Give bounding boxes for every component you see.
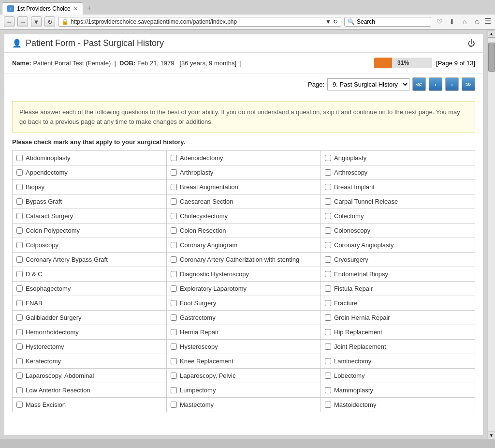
- surgery-checkbox[interactable]: [16, 343, 23, 350]
- surgery-checkbox[interactable]: [171, 198, 177, 205]
- surgery-checkbox[interactable]: [325, 358, 331, 364]
- surgery-checkbox[interactable]: [16, 184, 23, 190]
- list-item[interactable]: Mass Excision: [16, 401, 162, 408]
- surgery-checkbox[interactable]: [325, 184, 331, 190]
- list-item[interactable]: Colon Polypectomy: [16, 227, 162, 234]
- list-item[interactable]: Caesarean Section: [171, 198, 317, 205]
- new-tab-button[interactable]: +: [83, 2, 95, 15]
- list-item[interactable]: Breast Implant: [325, 183, 471, 191]
- list-item[interactable]: Hemorrhoidectomy: [16, 329, 162, 336]
- surgery-checkbox[interactable]: [16, 213, 23, 219]
- surgery-checkbox[interactable]: [171, 184, 177, 190]
- bookmark-icon[interactable]: ♡: [434, 16, 445, 27]
- list-item[interactable]: Coronary Angioplasty: [325, 241, 471, 249]
- surgery-checkbox[interactable]: [16, 198, 23, 205]
- list-item[interactable]: Exploratory Laparotomy: [171, 285, 317, 292]
- list-item[interactable]: Biopsy: [16, 183, 162, 191]
- surgery-checkbox[interactable]: [16, 387, 23, 393]
- surgery-checkbox[interactable]: [171, 343, 177, 350]
- surgery-checkbox[interactable]: [16, 155, 23, 161]
- list-item[interactable]: Abdominoplasty: [16, 154, 162, 162]
- list-item[interactable]: Gastrectomy: [171, 314, 317, 321]
- list-item[interactable]: Lobectomy: [325, 372, 471, 379]
- search-bar[interactable]: 🔍 Search: [344, 17, 431, 27]
- surgery-checkbox[interactable]: [16, 358, 23, 364]
- surgery-checkbox[interactable]: [325, 329, 331, 335]
- last-page-button[interactable]: ≫: [462, 77, 475, 91]
- scroll-track[interactable]: [488, 38, 495, 432]
- surgery-checkbox[interactable]: [171, 358, 177, 364]
- user-icon[interactable]: ☺: [472, 16, 482, 27]
- list-item[interactable]: Colposcopy: [16, 241, 162, 249]
- list-item[interactable]: Endometrial Biopsy: [325, 270, 471, 278]
- surgery-checkbox[interactable]: [16, 271, 23, 277]
- list-item[interactable]: Hysteroscopy: [171, 343, 317, 350]
- list-item[interactable]: Laminectomy: [325, 358, 471, 365]
- list-item[interactable]: Mastectomy: [171, 401, 317, 408]
- scroll-down-button[interactable]: ▼: [488, 432, 495, 439]
- list-item[interactable]: Breast Augmentation: [171, 183, 317, 191]
- surgery-checkbox[interactable]: [171, 387, 177, 393]
- list-item[interactable]: Cryosurgery: [325, 256, 471, 263]
- list-item[interactable]: Colectomy: [325, 212, 471, 220]
- list-item[interactable]: Laparoscopy, Abdominal: [16, 372, 162, 379]
- first-page-button[interactable]: ≪: [412, 77, 426, 91]
- list-item[interactable]: Keratectomy: [16, 358, 162, 365]
- surgery-checkbox[interactable]: [171, 329, 177, 335]
- reload-button[interactable]: ↻: [44, 16, 55, 27]
- surgery-checkbox[interactable]: [171, 271, 177, 277]
- next-page-button[interactable]: ›: [445, 77, 459, 91]
- list-item[interactable]: Hip Replacement: [325, 329, 471, 336]
- surgery-checkbox[interactable]: [325, 242, 331, 248]
- list-item[interactable]: Esophagectomy: [16, 285, 162, 292]
- forward-button[interactable]: →: [17, 16, 28, 27]
- download-icon[interactable]: ⬇: [447, 16, 457, 27]
- surgery-checkbox[interactable]: [325, 155, 331, 161]
- list-item[interactable]: Appendectomy: [16, 169, 162, 176]
- surgery-checkbox[interactable]: [325, 314, 331, 321]
- list-item[interactable]: Arthroscopy: [325, 169, 471, 176]
- surgery-checkbox[interactable]: [325, 285, 331, 292]
- list-item[interactable]: Low Anterior Resection: [16, 387, 162, 394]
- surgery-checkbox[interactable]: [171, 242, 177, 248]
- home-icon[interactable]: ⌂: [459, 16, 470, 27]
- list-item[interactable]: FNAB: [16, 299, 162, 307]
- surgery-checkbox[interactable]: [16, 169, 23, 176]
- surgery-checkbox[interactable]: [325, 271, 331, 277]
- surgery-checkbox[interactable]: [325, 343, 331, 350]
- surgery-checkbox[interactable]: [171, 314, 177, 321]
- surgery-checkbox[interactable]: [171, 402, 177, 408]
- list-item[interactable]: Mastoidectomy: [325, 401, 471, 408]
- list-item[interactable]: Cholecystectomy: [171, 212, 317, 220]
- surgery-checkbox[interactable]: [325, 387, 331, 393]
- surgery-checkbox[interactable]: [325, 256, 331, 263]
- surgery-checkbox[interactable]: [171, 169, 177, 176]
- active-tab[interactable]: 1 1st Providers Choice ✕: [2, 2, 83, 15]
- list-item[interactable]: Hysterectomy: [16, 343, 162, 350]
- surgery-checkbox[interactable]: [325, 213, 331, 219]
- list-item[interactable]: Foot Surgery: [171, 299, 317, 307]
- history-button[interactable]: ▼: [31, 16, 42, 27]
- surgery-checkbox[interactable]: [16, 300, 23, 306]
- surgery-checkbox[interactable]: [16, 256, 23, 263]
- list-item[interactable]: Angioplasty: [325, 154, 471, 162]
- list-item[interactable]: Coronary Artery Bypass Graft: [16, 256, 162, 263]
- tab-close-button[interactable]: ✕: [73, 6, 78, 12]
- scrollbar[interactable]: ▲ ▼: [487, 30, 495, 439]
- surgery-checkbox[interactable]: [16, 329, 23, 335]
- power-icon[interactable]: ⏻: [467, 39, 475, 48]
- surgery-checkbox[interactable]: [171, 373, 177, 379]
- list-item[interactable]: Knee Replacement: [171, 358, 317, 365]
- list-item[interactable]: Colonoscopy: [325, 227, 471, 234]
- surgery-checkbox[interactable]: [325, 300, 331, 306]
- list-item[interactable]: Groin Hernia Repair: [325, 314, 471, 321]
- list-item[interactable]: D & C: [16, 270, 162, 278]
- surgery-checkbox[interactable]: [325, 402, 331, 408]
- list-item[interactable]: Bypass Graft: [16, 198, 162, 205]
- back-button[interactable]: ←: [4, 16, 15, 27]
- surgery-checkbox[interactable]: [171, 256, 177, 263]
- surgery-checkbox[interactable]: [171, 285, 177, 292]
- list-item[interactable]: Fistula Repair: [325, 285, 471, 292]
- surgery-checkbox[interactable]: [171, 213, 177, 219]
- list-item[interactable]: Lumpectomy: [171, 387, 317, 394]
